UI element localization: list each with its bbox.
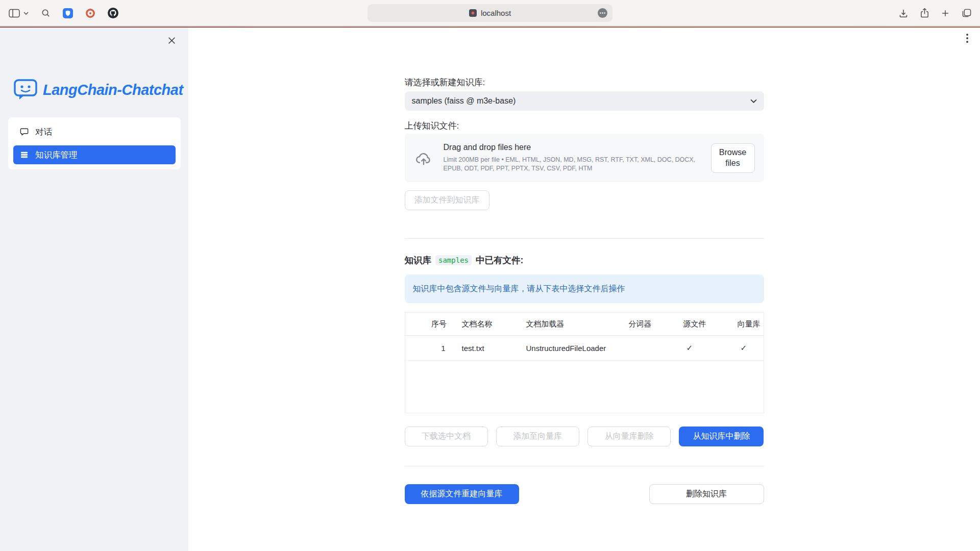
table-header-name: 文档名称 xyxy=(454,319,518,329)
kb-files-heading: 知识库 samples 中已有文件: xyxy=(405,254,764,266)
chat-bubble-logo-icon xyxy=(13,79,38,101)
extension-button-github[interactable] xyxy=(108,8,118,18)
kb-action-buttons: 依据源文件重建向量库 删除知识库 xyxy=(405,484,764,504)
divider xyxy=(405,466,764,466)
app-logo-text: LangChain-Chatchat xyxy=(43,82,183,98)
app-window: LangChain-Chatchat 对话 知识库管理 xyxy=(0,28,980,551)
sidebar-close-button[interactable] xyxy=(165,34,178,47)
app-decoration-bar xyxy=(0,27,980,28)
table-row[interactable]: 1 test.txt UnstructuredFileLoader ✓ ✓ xyxy=(405,336,764,361)
cell-name: test.txt xyxy=(454,344,518,353)
kb-files-heading-prefix: 知识库 xyxy=(405,254,432,266)
divider xyxy=(405,238,764,239)
rebuild-vectorstore-button[interactable]: 依据源文件重建向量库 xyxy=(405,484,519,504)
chevron-down-icon xyxy=(750,99,757,103)
shield-extension-icon xyxy=(63,8,73,18)
table-header-source: 源文件 xyxy=(675,319,729,329)
info-alert: 知识库中包含源文件与向量库，请从下表中选择文件后操作 xyxy=(405,274,764,303)
browse-files-button[interactable]: Browse files xyxy=(711,143,755,173)
downloads-button[interactable] xyxy=(898,8,909,18)
sidebar-item-label: 对话 xyxy=(35,127,52,138)
address-bar[interactable]: localhost xyxy=(368,4,612,22)
kb-select[interactable]: samples (faiss @ m3e-base) xyxy=(405,91,764,111)
table-header-splitter: 分词器 xyxy=(621,319,675,329)
page-content: 请选择或新建知识库: samples (faiss @ m3e-base) 上传… xyxy=(405,28,764,504)
close-icon xyxy=(167,36,176,45)
delete-from-vectorstore-button[interactable]: 从向量库删除 xyxy=(587,427,671,446)
row-action-buttons: 下载选中文档 添加至向量库 从向量库删除 从知识库中删除 xyxy=(405,427,764,446)
main-area: 请选择或新建知识库: samples (faiss @ m3e-base) 上传… xyxy=(188,28,980,551)
dropzone-limit: Limit 200MB per file • EML, HTML, JSON, … xyxy=(444,156,709,173)
chevron-down-icon xyxy=(23,12,29,15)
delete-kb-button[interactable]: 删除知识库 xyxy=(649,484,764,504)
file-dropzone[interactable]: Drag and drop files here Limit 200MB per… xyxy=(405,134,764,182)
sidebar-item-kb-management[interactable]: 知识库管理 xyxy=(13,145,176,164)
new-tab-button[interactable] xyxy=(941,9,950,18)
plus-icon xyxy=(941,9,950,18)
cell-source-check: ✓ xyxy=(675,343,729,353)
kb-files-table: 序号 文档名称 文档加载器 分词器 源文件 向量库 1 test.txt Uns… xyxy=(405,312,764,413)
kebab-menu-icon xyxy=(963,33,972,44)
browser-toolbar: localhost xyxy=(0,0,980,26)
tab-overview-button[interactable] xyxy=(961,8,972,18)
dropzone-text: Drag and drop files here Limit 200MB per… xyxy=(444,143,711,173)
cloud-upload-icon xyxy=(414,150,433,166)
table-header-vector: 向量库 xyxy=(729,319,764,329)
github-icon xyxy=(108,8,118,18)
kb-name-code: samples xyxy=(435,255,472,265)
chat-icon xyxy=(19,127,29,137)
extension-button-blue[interactable] xyxy=(63,8,73,18)
table-header-loader: 文档加载器 xyxy=(518,319,621,329)
upload-label: 上传知识文件: xyxy=(405,121,764,131)
share-icon xyxy=(920,8,929,18)
kb-files-heading-suffix: 中已有文件: xyxy=(476,254,523,266)
extension-button-orange[interactable] xyxy=(85,8,95,18)
table-header-row: 序号 文档名称 文档加载器 分词器 源文件 向量库 xyxy=(405,313,764,336)
site-favicon xyxy=(469,9,477,17)
address-extension-badge[interactable] xyxy=(597,8,608,18)
dropzone-title: Drag and drop files here xyxy=(444,143,711,152)
download-icon xyxy=(898,8,909,18)
browser-search-button[interactable] xyxy=(41,8,51,18)
info-alert-text: 知识库中包含源文件与向量库，请从下表中选择文件后操作 xyxy=(413,284,625,294)
search-icon xyxy=(41,8,51,18)
knowledge-base-icon xyxy=(19,150,29,160)
ring-extension-icon xyxy=(85,8,95,18)
panel-toggle-icon xyxy=(8,8,20,18)
address-url: localhost xyxy=(481,9,511,17)
screen: localhost xyxy=(0,0,980,551)
kb-select-value: samples (faiss @ m3e-base) xyxy=(412,96,516,106)
kb-select-label: 请选择或新建知识库: xyxy=(405,78,764,88)
cell-loader: UnstructuredFileLoader xyxy=(518,344,621,353)
sidebar-toggle-button[interactable] xyxy=(8,8,29,18)
add-to-vectorstore-button[interactable]: 添加至向量库 xyxy=(496,427,579,446)
sidebar-menu: 对话 知识库管理 xyxy=(8,117,181,169)
table-header-index: 序号 xyxy=(425,319,454,329)
app-logo: LangChain-Chatchat xyxy=(13,79,183,101)
app-menu-button[interactable] xyxy=(963,33,972,45)
sidebar-item-label: 知识库管理 xyxy=(35,149,78,161)
delete-from-kb-button[interactable]: 从知识库中删除 xyxy=(679,427,764,446)
share-button[interactable] xyxy=(920,8,929,18)
cell-vector-check: ✓ xyxy=(729,343,764,353)
cell-index: 1 xyxy=(425,344,454,353)
download-selected-button[interactable]: 下载选中文档 xyxy=(405,427,488,446)
add-files-to-kb-button[interactable]: 添加文件到知识库 xyxy=(405,190,489,210)
sidebar-item-chat[interactable]: 对话 xyxy=(13,122,176,141)
sidebar: LangChain-Chatchat 对话 知识库管理 xyxy=(0,28,188,551)
tabs-icon xyxy=(961,8,972,18)
